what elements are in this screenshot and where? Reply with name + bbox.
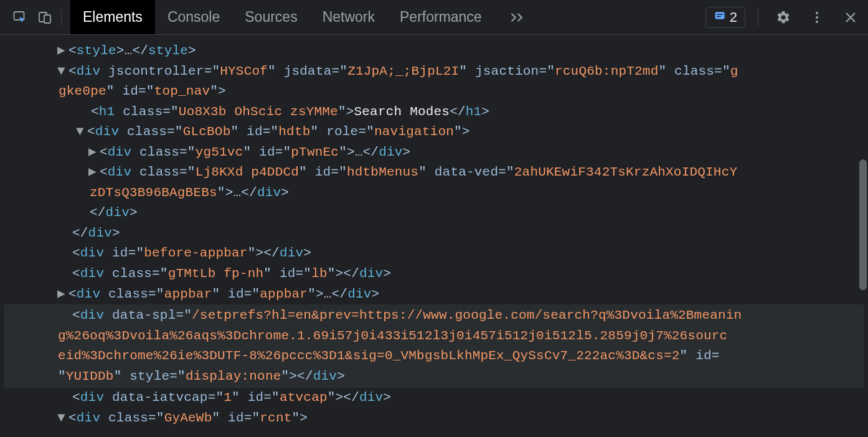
expand-arrow-icon[interactable]: ▶ (88, 162, 100, 183)
svg-rect-3 (715, 12, 724, 19)
tab-console[interactable]: Console (155, 0, 232, 34)
elements-tree[interactable]: ▶<style>…</style> ▼<div jscontroller="HY… (0, 35, 868, 437)
inspect-element-icon[interactable] (7, 5, 32, 30)
tab-performance[interactable]: Performance (387, 0, 494, 34)
issues-badge[interactable]: 2 (705, 7, 745, 28)
toolbar-separator (758, 9, 758, 26)
scrollbar-thumb[interactable] (859, 159, 867, 290)
svg-rect-2 (44, 15, 50, 23)
svg-point-8 (816, 21, 818, 23)
dom-node[interactable]: ▶<div class="appbar" id="appbar">…</div> (4, 284, 864, 305)
panel-tabs: Elements Console Sources Network Perform… (70, 0, 539, 34)
collapse-arrow-icon[interactable]: ▼ (57, 408, 68, 429)
dom-node[interactable]: ▼<div class="GLcBOb" id="hdtb" role="nav… (4, 122, 864, 143)
devtools-toolbar: Elements Console Sources Network Perform… (0, 0, 868, 35)
issues-count: 2 (730, 9, 737, 26)
dom-node[interactable]: <div id="before-appbar"></div> (4, 243, 864, 264)
toolbar-right: 2 (705, 5, 863, 30)
tab-network[interactable]: Network (310, 0, 387, 34)
dom-node-close[interactable]: </div> (4, 223, 864, 244)
dom-node[interactable]: <h1 class="Uo8X3b OhScic zsYMMe">Search … (4, 102, 864, 123)
expand-arrow-icon[interactable]: ▶ (88, 143, 100, 163)
settings-icon[interactable] (771, 5, 796, 30)
dom-node[interactable]: ▼<div class="GyAeWb" id="rcnt"> (4, 408, 864, 429)
svg-point-7 (816, 16, 818, 19)
collapse-arrow-icon[interactable]: ▼ (76, 122, 87, 143)
dom-node[interactable]: ▼<div jscontroller="HYSCof" jsdata="Z1Jp… (4, 62, 864, 82)
tab-overflow[interactable] (494, 0, 539, 34)
dom-node-selected[interactable]: <div data-spl="/setprefs?hl=en&prev=http… (4, 304, 864, 388)
issues-icon (714, 9, 726, 26)
toolbar-separator (61, 9, 62, 26)
dom-node-continuation[interactable]: gke0pe" id="top_nav"> (4, 82, 864, 102)
tab-elements[interactable]: Elements (70, 0, 155, 34)
dom-node[interactable]: <div class="gTMtLb fp-nh" id="lb"></div> (4, 264, 864, 284)
more-menu-icon[interactable] (804, 5, 829, 30)
svg-point-6 (816, 12, 818, 14)
tab-sources[interactable]: Sources (232, 0, 309, 34)
dom-node[interactable]: <div data-iatvcap="1" id="atvcap"></div> (4, 388, 864, 408)
dom-node[interactable]: ▶<div class="yg51vc" id="pTwnEc">…</div> (4, 143, 864, 163)
collapse-arrow-icon[interactable]: ▼ (57, 62, 68, 82)
dom-node-close[interactable]: </div> (4, 203, 864, 223)
dom-node[interactable]: ▶<div class="Lj8KXd p4DDCd" id="hdtbMenu… (4, 162, 864, 183)
svg-rect-4 (717, 14, 723, 15)
dom-node[interactable]: ▶<style>…</style> (4, 41, 864, 62)
expand-arrow-icon[interactable]: ▶ (57, 41, 68, 62)
svg-rect-5 (717, 16, 721, 17)
dom-node-continuation[interactable]: zDTsQ3B96BAgBEBs">…</div> (4, 183, 864, 204)
close-icon[interactable] (838, 5, 863, 30)
expand-arrow-icon[interactable]: ▶ (57, 284, 68, 305)
device-toggle-icon[interactable] (32, 5, 57, 30)
